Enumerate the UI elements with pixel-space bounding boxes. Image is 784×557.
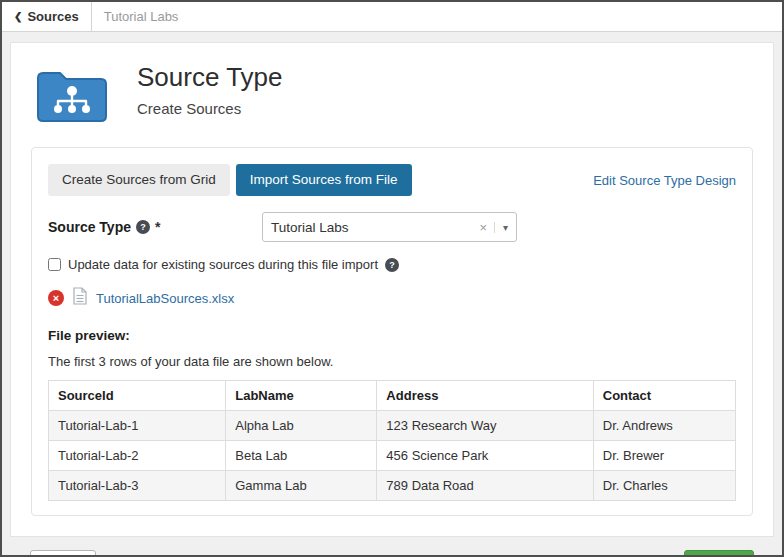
- file-preview-table: SourceId LabName Address Contact Tutoria…: [48, 380, 736, 501]
- cell-contact: Dr. Brewer: [593, 441, 735, 471]
- column-header-sourceid: SourceId: [49, 381, 226, 411]
- help-icon[interactable]: ?: [385, 258, 399, 272]
- mode-tabs: Create Sources from Grid Import Sources …: [48, 164, 736, 196]
- cell-contact: Dr. Andrews: [593, 411, 735, 441]
- page-subtitle: Create Sources: [137, 100, 283, 117]
- uploaded-file-row: × TutorialLabSources.xlsx: [48, 287, 736, 309]
- import-panel: Create Sources from Grid Import Sources …: [31, 147, 753, 516]
- table-header-row: SourceId LabName Address Contact: [49, 381, 736, 411]
- cell-labname: Gamma Lab: [226, 471, 377, 501]
- file-document-icon: [73, 287, 87, 309]
- source-type-label: Source Type ? *: [48, 219, 262, 235]
- edit-source-type-design-link[interactable]: Edit Source Type Design: [593, 173, 736, 188]
- file-preview-description: The first 3 rows of your data file are s…: [48, 354, 736, 369]
- update-existing-checkbox-row: Update data for existing sources during …: [48, 257, 736, 272]
- update-existing-checkbox[interactable]: [48, 258, 61, 271]
- page-title: Source Type: [137, 63, 283, 93]
- page-content: Source Type Create Sources Create Source…: [2, 32, 782, 557]
- cell-labname: Beta Lab: [226, 441, 377, 471]
- table-row: Tutorial-Lab-2 Beta Lab 456 Science Park…: [49, 441, 736, 471]
- column-header-labname: LabName: [226, 381, 377, 411]
- chevron-down-icon[interactable]: ▾: [494, 222, 508, 233]
- chevron-left-icon: ❮: [14, 11, 22, 22]
- source-type-select[interactable]: Tutorial Labs × ▾: [262, 212, 517, 242]
- card-header: Source Type Create Sources: [11, 43, 773, 137]
- tab-create-sources-from-grid[interactable]: Create Sources from Grid: [48, 164, 230, 196]
- breadcrumb-current: Tutorial Labs: [92, 2, 191, 31]
- cancel-button[interactable]: Cancel: [30, 550, 96, 557]
- column-header-address: Address: [377, 381, 593, 411]
- clear-selection-icon[interactable]: ×: [472, 220, 494, 235]
- cell-address: 123 Research Way: [377, 411, 593, 441]
- required-asterisk: *: [155, 219, 160, 235]
- footer-actions: Cancel Import: [10, 537, 774, 557]
- back-button-label: Sources: [27, 9, 78, 24]
- app-window: ❮ Sources Tutorial Labs: [0, 0, 784, 557]
- source-type-label-text: Source Type: [48, 219, 131, 235]
- remove-file-icon[interactable]: ×: [48, 290, 64, 306]
- table-row: Tutorial-Lab-3 Gamma Lab 789 Data Road D…: [49, 471, 736, 501]
- cell-sourceid: Tutorial-Lab-3: [49, 471, 226, 501]
- source-type-field-row: Source Type ? * Tutorial Labs × ▾: [48, 212, 736, 242]
- source-type-selected-value: Tutorial Labs: [271, 220, 349, 235]
- cell-sourceid: Tutorial-Lab-2: [49, 441, 226, 471]
- cell-address: 789 Data Road: [377, 471, 593, 501]
- header-text: Source Type Create Sources: [137, 61, 283, 117]
- source-type-folder-icon: [33, 61, 111, 133]
- table-row: Tutorial-Lab-1 Alpha Lab 123 Research Wa…: [49, 411, 736, 441]
- import-button[interactable]: Import: [684, 550, 754, 557]
- breadcrumb: ❮ Sources Tutorial Labs: [2, 2, 782, 32]
- help-icon[interactable]: ?: [136, 220, 150, 234]
- tab-import-sources-from-file[interactable]: Import Sources from File: [236, 164, 412, 196]
- cell-sourceid: Tutorial-Lab-1: [49, 411, 226, 441]
- uploaded-file-link[interactable]: TutorialLabSources.xlsx: [96, 291, 234, 306]
- cell-address: 456 Science Park: [377, 441, 593, 471]
- file-preview-heading: File preview:: [48, 328, 736, 343]
- source-type-card: Source Type Create Sources Create Source…: [10, 42, 774, 537]
- column-header-contact: Contact: [593, 381, 735, 411]
- back-to-sources-button[interactable]: ❮ Sources: [2, 2, 92, 31]
- cell-contact: Dr. Charles: [593, 471, 735, 501]
- update-existing-label: Update data for existing sources during …: [68, 257, 378, 272]
- cell-labname: Alpha Lab: [226, 411, 377, 441]
